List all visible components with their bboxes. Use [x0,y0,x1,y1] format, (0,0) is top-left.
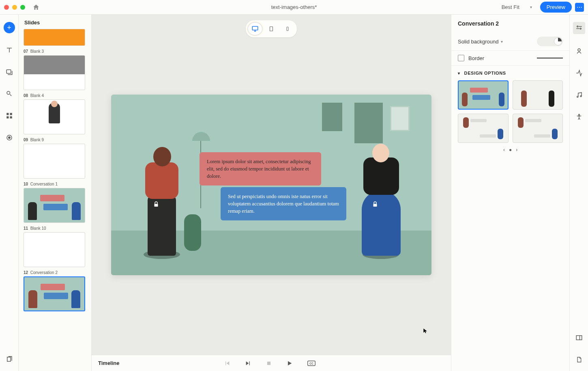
chevron-down-icon: ▾ [530,5,532,9]
background-label: Solid background [458,39,498,45]
speech-bubble-2[interactable]: Sed ut perspiciatis undo omnis iste natu… [221,187,346,220]
interaction-tool-icon[interactable] [4,88,15,99]
svg-point-7 [8,137,10,139]
media-tool-icon[interactable] [4,67,15,77]
tablet-device-button[interactable] [264,23,278,35]
design-option-4[interactable] [513,114,563,143]
slide-thumb[interactable] [24,99,85,134]
slide-thumb[interactable] [24,144,85,179]
slide-label: 07 Blank 3 [24,49,86,54]
add-button[interactable]: + [4,22,15,33]
speech-bubble-1[interactable]: Lorem ipsum dolor sit amet, consectetur … [200,152,321,186]
wall-frame [390,106,410,131]
svg-rect-14 [267,361,270,365]
torso [363,157,399,195]
preview-button[interactable]: Preview [540,2,572,13]
window-maximize[interactable] [20,5,25,10]
torso [145,162,178,199]
svg-rect-9 [252,26,258,30]
pager-next[interactable]: › [516,147,517,153]
page-icon[interactable] [574,355,584,365]
timeline-bar: Timeline CC [92,355,451,371]
desktop-device-button[interactable] [248,23,262,35]
svg-rect-12 [155,204,158,207]
copy-icon[interactable] [4,354,15,365]
design-option-1[interactable] [458,80,509,110]
skirt [362,191,401,256]
design-options-header[interactable]: ▾ DESIGN OPTIONS [458,71,563,75]
slide-thumb[interactable] [24,232,85,267]
more-button[interactable]: ⋯ [575,3,584,12]
play-button[interactable] [286,360,293,367]
slide-list: 07 Blank 3 08 Blank 4 09 Blank 9 10 Conv… [19,29,91,316]
head [153,147,171,166]
svg-rect-10 [270,27,273,31]
border-checkbox[interactable] [458,55,464,61]
zoom-select[interactable]: Best Fit [498,2,527,12]
design-options-grid [458,80,563,143]
design-option-2[interactable] [513,80,563,110]
pager-prev[interactable]: ‹ [503,147,505,153]
layout-icon[interactable] [574,333,584,343]
svg-point-1 [7,91,10,95]
document-title: text-images-others* [271,4,317,10]
design-options-label: DESIGN OPTIONS [464,71,506,75]
text-tool-icon[interactable] [4,45,15,55]
step-forward-button[interactable] [245,360,251,367]
svg-point-21 [580,96,582,97]
legs [148,195,176,256]
svg-rect-5 [10,116,12,119]
border-row[interactable]: Border [451,51,569,66]
slide-item[interactable]: 08 Blank 4 [24,93,86,134]
svg-rect-3 [10,113,12,115]
slide-canvas[interactable]: Lorem ipsum dolor sit amet, consectetur … [111,95,431,275]
slide-item[interactable]: 10 Conversation 1 [24,182,86,223]
svg-rect-11 [287,27,288,31]
settings-icon[interactable] [573,22,585,34]
design-option-3[interactable] [458,114,509,143]
home-icon[interactable] [32,4,40,11]
slide-item[interactable]: 12 Conversation 2 [24,270,86,311]
window-close[interactable] [4,5,9,10]
props-title: Conversation 2 [451,15,569,32]
widgets-tool-icon[interactable] [4,110,15,121]
slide-thumb[interactable] [24,29,85,46]
cursor-icon [423,327,428,336]
slide-label: 08 Blank 4 [24,93,86,98]
audio-icon[interactable] [574,90,584,100]
slide-label: 10 Conversation 1 [24,182,86,186]
slide-thumb[interactable] [24,55,85,90]
left-tool-rail: + [0,15,19,371]
step-back-button[interactable] [224,360,230,367]
right-icon-rail [569,15,588,371]
slide-item[interactable] [24,29,86,46]
captions-button[interactable]: CC [307,360,315,366]
character-right[interactable] [354,130,407,256]
design-pager: ‹ ● › [458,147,563,153]
stop-button[interactable] [266,360,272,366]
chevron-down-icon: ▾ [501,39,503,44]
mobile-device-button[interactable] [281,23,294,35]
canvas-stage: Lorem ipsum dolor sit amet, consectetur … [92,15,451,355]
svg-point-19 [578,49,580,51]
lock-icon [152,201,160,207]
appearance-icon[interactable] [574,46,584,56]
accessibility-icon[interactable] [574,112,584,122]
background-color-toggle[interactable] [537,37,563,46]
window-controls [4,5,25,10]
slide-item[interactable]: 09 Blank 9 [24,138,86,179]
character-left[interactable] [135,138,188,256]
properties-panel: Conversation 2 Solid background ▾ Border… [451,15,569,371]
background-row[interactable]: Solid background ▾ [451,32,569,51]
animation-icon[interactable] [574,68,584,78]
svg-text:CC: CC [310,362,314,365]
slide-item[interactable]: 07 Blank 3 [24,49,86,90]
slide-item[interactable]: 11 Blank 10 [24,226,86,267]
window-minimize[interactable] [12,5,17,10]
record-tool-icon[interactable] [4,132,15,143]
svg-rect-0 [6,70,11,73]
slide-thumb-selected[interactable] [24,276,85,311]
slide-thumb[interactable] [24,188,85,223]
main-row: + Slides 07 Blank 3 [0,15,588,371]
svg-rect-23 [576,336,582,340]
